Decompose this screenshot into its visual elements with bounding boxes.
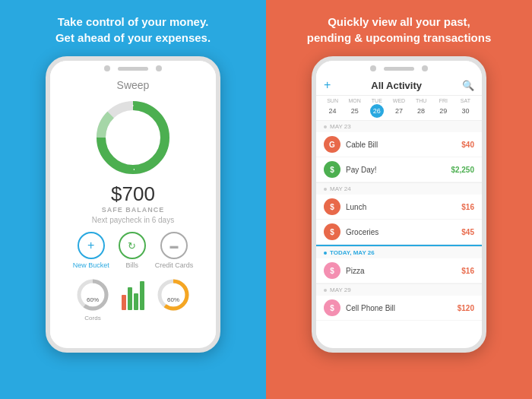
speaker-left <box>118 67 148 71</box>
tx-cable-bill[interactable]: G Cable Bill $40 <box>316 132 482 157</box>
cellphone-icon: $ <box>324 299 340 316</box>
activity-screen-title: All Activity <box>371 80 422 91</box>
left-phone-content: Sweep $700 <box>50 74 216 339</box>
lunch-name: Lunch <box>346 203 456 211</box>
section-today: TODAY, MAY 26 <box>316 246 482 258</box>
new-bucket-label: New Bucket <box>73 261 109 269</box>
camera-left <box>104 65 110 71</box>
mini-bucket-1-label: Cords <box>84 315 100 321</box>
credit-cards-item[interactable]: ▬ Credit Cards <box>155 232 194 269</box>
balance-sub: Next paycheck in 6 days <box>92 216 174 224</box>
phone-notch-left <box>50 61 216 74</box>
groceries-icon: $ <box>324 223 340 240</box>
groceries-amount: $45 <box>461 228 474 236</box>
cal-wed: WED 27 <box>388 98 409 118</box>
payday-amount: $2,250 <box>451 166 474 174</box>
cable-bill-name: Cable Bill <box>346 141 456 149</box>
balance-area: $700 SAFE BALANCE Next paycheck in 6 day… <box>92 182 174 224</box>
pizza-amount: $16 <box>461 267 474 275</box>
right-panel: Quickly view all your past, pending & up… <box>266 0 532 399</box>
right-title: Quickly view all your past, pending & up… <box>307 14 492 46</box>
right-phone-content: + All Activity 🔍 SUN 24 MON 25 TUE <box>316 74 482 339</box>
section-may24: MAY 24 <box>316 182 482 195</box>
payday-name: Pay Day! <box>346 166 445 174</box>
left-title: Take control of your money. Get ahead of… <box>55 14 211 46</box>
mini-bucket-1[interactable]: 60% Cords <box>74 277 111 321</box>
cal-fri: FRI 29 <box>433 98 454 118</box>
add-activity-button[interactable]: + <box>324 78 331 92</box>
cal-sun: SUN 24 <box>322 98 343 118</box>
bills-icon: ↻ <box>119 232 146 259</box>
pizza-name: Pizza <box>346 267 456 275</box>
cal-mon: MON 25 <box>344 98 365 118</box>
mini-bucket-2[interactable] <box>122 277 144 321</box>
balance-label: SAFE BALANCE <box>92 206 174 214</box>
left-panel: Take control of your money. Get ahead of… <box>0 0 266 399</box>
balance-amount: $700 <box>92 182 174 206</box>
buckets-row: + New Bucket ↻ Bills ▬ Credit Cards <box>73 232 194 269</box>
phone-notch-right <box>316 61 482 74</box>
cable-bill-icon: G <box>324 136 340 153</box>
bills-label: Bills <box>125 261 138 269</box>
tx-payday[interactable]: $ Pay Day! $2,250 <box>316 157 482 182</box>
speaker-right <box>384 67 414 71</box>
bills-item[interactable]: ↻ Bills <box>119 232 146 269</box>
search-button[interactable]: 🔍 <box>462 80 474 91</box>
new-bucket-icon: + <box>78 232 105 259</box>
groceries-name: Groceries <box>346 228 456 236</box>
lunch-amount: $16 <box>461 203 474 211</box>
tx-groceries[interactable]: $ Groceries $45 <box>316 220 482 245</box>
sweep-title: Sweep <box>117 79 150 91</box>
mini-buckets-row: 60% Cords <box>74 277 192 321</box>
sweep-screen: Sweep $700 <box>50 74 216 339</box>
left-phone: Sweep $700 <box>46 56 220 353</box>
lunch-icon: $ <box>324 198 340 215</box>
cable-bill-amount: $40 <box>461 141 474 149</box>
tx-lunch[interactable]: $ Lunch $16 <box>316 195 482 220</box>
cellphone-amount: $120 <box>458 304 474 312</box>
cal-tue[interactable]: TUE 26 <box>366 98 387 118</box>
tx-cellphone[interactable]: $ Cell Phone Bill $120 <box>316 296 482 321</box>
calendar-row: SUN 24 MON 25 TUE 26 WED 27 <box>316 96 482 120</box>
activity-header: + All Activity 🔍 <box>316 74 482 96</box>
right-phone: + All Activity 🔍 SUN 24 MON 25 TUE <box>312 56 486 353</box>
section-may23: MAY 23 <box>316 120 482 132</box>
donut-chart <box>91 96 175 179</box>
cal-sat: SAT 30 <box>455 98 476 118</box>
credit-cards-label: Credit Cards <box>155 261 194 269</box>
pizza-icon: $ <box>324 262 340 279</box>
activity-screen: + All Activity 🔍 SUN 24 MON 25 TUE <box>316 74 482 339</box>
camera-right2 <box>422 65 428 71</box>
tx-pizza[interactable]: $ Pizza $16 <box>316 258 482 283</box>
section-may29: MAY 29 <box>316 283 482 296</box>
mini-bucket-3[interactable]: 60% <box>155 277 192 321</box>
cellphone-name: Cell Phone Bill <box>346 304 452 312</box>
credit-card-icon: ▬ <box>160 232 188 259</box>
camera-right <box>370 65 376 71</box>
new-bucket-item[interactable]: + New Bucket <box>73 232 109 269</box>
camera-left2 <box>156 65 162 71</box>
cal-thu: THU 28 <box>411 98 432 118</box>
payday-icon: $ <box>324 161 340 178</box>
